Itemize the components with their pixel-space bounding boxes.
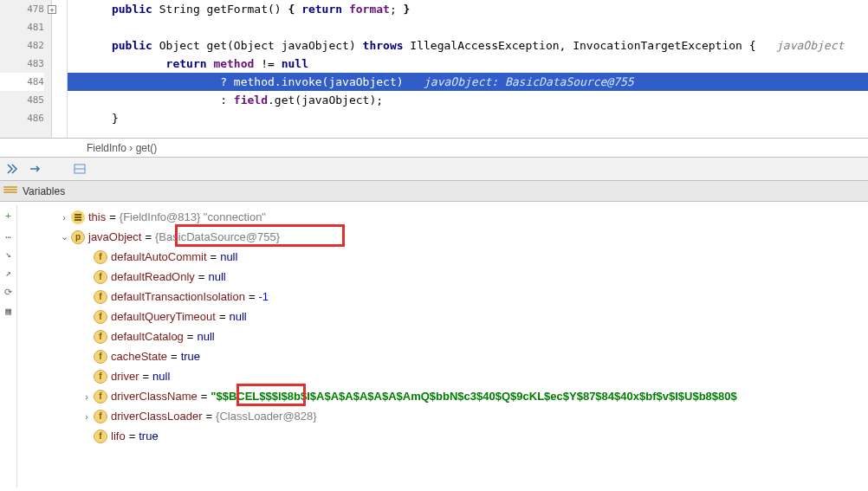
field-badge-icon: f [94, 370, 107, 384]
line-number: 484 [0, 73, 44, 91]
variable-row[interactable]: flifo = true [17, 426, 868, 446]
variable-row[interactable]: fdefaultAutoCommit = null [17, 247, 868, 267]
code-line[interactable]: public Object get(Object javaObject) thr… [68, 36, 868, 55]
field-badge-icon: f [94, 250, 107, 264]
variable-row[interactable]: fdefaultTransactionIsolation = -1 [17, 287, 868, 307]
line-number: 483 [0, 55, 44, 73]
tool-icon[interactable]: ▦ [2, 304, 16, 318]
step-over-icon[interactable] [26, 160, 43, 178]
equals-sign: = [206, 410, 213, 423]
variable-value: true [181, 350, 200, 363]
equals-sign: = [201, 390, 208, 403]
variable-row[interactable]: fcacheState = true [17, 346, 868, 366]
code-line[interactable]: public String getFormat() { return forma… [68, 0, 868, 18]
variable-value: true [139, 430, 158, 443]
view-icon[interactable] [71, 160, 88, 178]
equals-sign: = [171, 350, 178, 363]
variable-row[interactable]: ›this = {FieldInfo@813} "connection" [17, 207, 868, 227]
equals-sign: = [249, 290, 256, 303]
variable-name: defaultQueryTimeout [111, 310, 216, 323]
tool-icon[interactable]: ⟳ [2, 285, 16, 299]
field-badge-icon: f [94, 270, 107, 284]
code-line[interactable]: ? method.invoke(javaObject) javaObject: … [68, 73, 868, 91]
variable-row[interactable]: fdefaultCatalog = null [17, 326, 868, 346]
equals-sign: = [145, 230, 152, 243]
variable-value: null [220, 250, 237, 263]
variable-value: {FieldInfo@813} "connection" [120, 210, 266, 223]
tool-icon[interactable]: ↘ [2, 247, 16, 261]
tool-icon[interactable]: … [2, 228, 16, 242]
equals-sign: = [198, 270, 205, 283]
field-badge-icon: f [94, 430, 107, 443]
variable-row[interactable]: ›fdriverClassName = "$$BCEL$$$l$8b$I$A$A… [17, 386, 868, 406]
variable-value: {BasicDataSource@755} [155, 230, 280, 243]
debug-panel: Variables + … ↘ ↗ ⟳ ▦ ›this = {FieldInfo… [0, 158, 868, 491]
variable-name: lifo [111, 430, 126, 443]
variable-value: null [208, 270, 225, 283]
variables-toolbar: + … ↘ ↗ ⟳ ▦ [0, 205, 17, 488]
variable-name: defaultCatalog [111, 330, 184, 343]
variable-name: javaObject [88, 230, 141, 243]
variable-row[interactable]: fdefaultReadOnly = null [17, 267, 868, 287]
breadcrumb[interactable]: FieldInfo › get() [0, 139, 868, 158]
line-number-gutter: 478+ 481 482 483 484 485 486 [0, 0, 52, 138]
expand-icon[interactable]: › [80, 411, 94, 422]
equals-sign: = [143, 370, 150, 383]
expand-icon[interactable]: › [80, 391, 94, 402]
fold-icon[interactable]: + [48, 5, 56, 14]
variable-value: null [230, 310, 247, 323]
equals-sign: = [187, 330, 194, 343]
variable-name: defaultReadOnly [111, 270, 195, 283]
variable-row[interactable]: ⌄pjavaObject = {BasicDataSource@755} [17, 227, 868, 247]
code-line[interactable]: } [68, 109, 868, 127]
line-number: 478+ [0, 0, 44, 18]
variable-value: null [197, 330, 214, 343]
tool-icon[interactable]: ↗ [2, 266, 16, 280]
collapse-icon[interactable]: ⌄ [57, 231, 71, 242]
variable-value: -1 [258, 290, 269, 303]
parameter-badge-icon: p [71, 230, 85, 244]
equals-sign: = [219, 310, 226, 323]
field-badge-icon: f [94, 350, 107, 364]
variable-row[interactable]: ›fdriverClassLoader = {ClassLoader@828} [17, 406, 868, 426]
variable-name: driverClassName [111, 390, 198, 403]
line-number: 485 [0, 91, 44, 109]
code-text-area[interactable]: public String getFormat() { return forma… [68, 0, 868, 138]
variable-value: null [152, 370, 170, 383]
code-line[interactable]: return method != null [68, 55, 868, 73]
variable-value: "$$BCEL$$$l$8b$I$A$A$A$A$A$A$AmQ$bbN$c3$… [211, 390, 736, 403]
variable-name: this [88, 210, 106, 223]
variable-name: driver [111, 370, 139, 383]
variable-name: driverClassLoader [111, 410, 203, 423]
code-line[interactable]: : field.get(javaObject); [68, 91, 868, 109]
field-badge-icon: f [94, 390, 107, 404]
field-badge-icon: f [94, 410, 107, 423]
panel-title: Variables [23, 185, 65, 197]
variable-row[interactable]: fdriver = null [17, 366, 868, 386]
equals-sign: = [109, 210, 116, 223]
add-watch-icon[interactable]: + [2, 209, 16, 223]
line-number: 486 [0, 109, 44, 127]
code-line[interactable] [68, 18, 868, 36]
line-number: 481 [0, 18, 44, 36]
expand-icon[interactable]: › [57, 212, 71, 223]
variables-panel-header[interactable]: Variables [0, 181, 868, 202]
field-badge-icon: f [94, 310, 107, 324]
equals-sign: = [129, 430, 136, 443]
variable-value: {ClassLoader@828} [216, 410, 317, 423]
line-number: 482 [0, 36, 44, 55]
field-badge-icon: f [94, 290, 107, 304]
variables-tree[interactable]: ›this = {FieldInfo@813} "connection"⌄pja… [17, 205, 868, 448]
field-badge-icon: f [94, 330, 107, 344]
code-editor: 478+ 481 482 483 484 485 486 public Stri… [0, 0, 868, 139]
fold-gutter [52, 0, 68, 138]
variable-name: cacheState [111, 350, 167, 363]
variable-name: defaultAutoCommit [111, 250, 207, 263]
equals-sign: = [211, 250, 217, 263]
this-badge-icon [71, 210, 85, 224]
step-into-icon[interactable] [3, 160, 21, 178]
debug-toolbar [0, 158, 868, 181]
variable-row[interactable]: fdefaultQueryTimeout = null [17, 307, 868, 326]
variable-name: defaultTransactionIsolation [111, 290, 245, 303]
list-icon [3, 186, 17, 197]
